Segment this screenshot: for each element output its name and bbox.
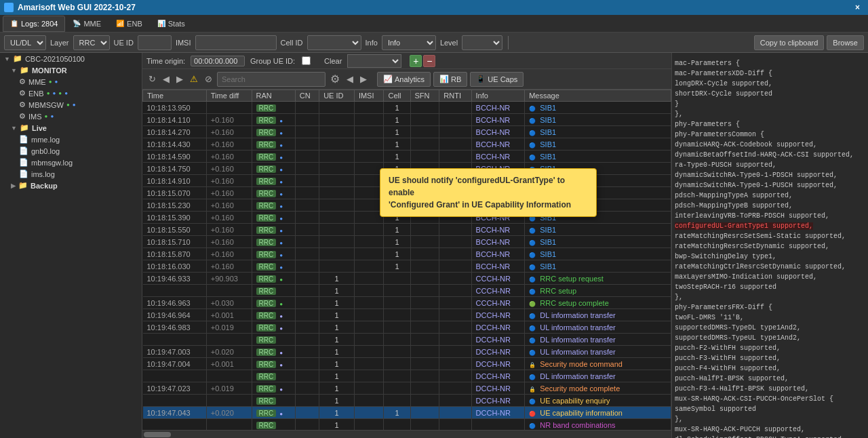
cell-time: 10:18:14.110 (143, 114, 207, 126)
tab-stats[interactable]: 📊Stats (150, 16, 193, 32)
table-row[interactable]: 10:19:46.933 +90.903 RRC ● 1 CCCH-NR 🔵 R… (143, 273, 671, 285)
table-header-row: Time Time diff RAN CN UE ID IMSI Cell SF… (143, 90, 671, 102)
col-imsi[interactable]: IMSI (354, 90, 384, 102)
table-row[interactable]: 10:18:14.110 +0.160 RRC ● 1 BCCH-NR 🔵 SI… (143, 114, 671, 126)
cell-time: 10:19:46.963 (143, 297, 207, 309)
ul-dl-select[interactable]: UL/DL (4, 35, 46, 50)
cell-cell (384, 297, 410, 309)
cell-message: 🔵 SIB1 (525, 260, 671, 273)
col-cell[interactable]: Cell (384, 90, 410, 102)
cell-message: 🔴 UE capability information (525, 407, 671, 419)
sidebar-item-mbmsgw-log[interactable]: 📄mbmsgw.log (0, 157, 142, 168)
col-message[interactable]: Message (525, 90, 671, 102)
info-select[interactable]: Info (382, 35, 436, 50)
cell-cell: 1 (384, 126, 410, 138)
col-cn[interactable]: CN (295, 90, 319, 102)
table-row[interactable]: 10:19:46.964 +0.001 RRC ● 1 DCCH-NR 🔵 DL… (143, 309, 671, 321)
col-ue-id[interactable]: UE ID (319, 90, 355, 102)
sidebar-group-live[interactable]: ▼📁Live (0, 122, 142, 134)
sidebar-item-ims-log[interactable]: 📄ims.log (0, 168, 142, 180)
table-row[interactable]: 10:18:16.030 +0.160 RRC ● 1 BCCH-NR 🔵 SI… (143, 260, 671, 273)
cell-ue-id: 1 (319, 346, 355, 358)
tab-enb[interactable]: 📶ENB (108, 16, 150, 32)
add-button[interactable]: + (410, 55, 422, 67)
col-rnti[interactable]: RNTI (439, 90, 471, 102)
table-row[interactable]: RRC 1 🔵 NR band combinations (143, 419, 671, 431)
tab-mme[interactable]: 📡MME (65, 16, 108, 32)
message-icon: 🔵 (529, 338, 536, 344)
horizontal-scrollbar[interactable] (142, 430, 671, 438)
table-row[interactable]: 10:18:14.590 +0.160 RRC ● 1 BCCH-NR 🔵 SI… (143, 151, 671, 163)
table-row[interactable]: RRC 1 DCCH-NR 🔵 DL information transfer (143, 370, 671, 382)
cell-ue-id (319, 236, 355, 248)
table-row[interactable]: 10:18:15.550 +0.160 RRC ● 1 BCCH-NR 🔵 SI… (143, 224, 671, 236)
analytics-button[interactable]: 📈 Analytics (377, 72, 431, 87)
prev-result-button[interactable]: ◀ (344, 73, 355, 85)
table-row[interactable]: 10:18:14.270 +0.160 RRC ● 1 BCCH-NR 🔵 SI… (143, 126, 671, 138)
table-row[interactable]: 10:19:47.004 +0.001 RRC ● 1 DCCH-NR 🔒 Se… (143, 358, 671, 370)
sidebar-group-backup[interactable]: ▶📁Backup (0, 180, 142, 191)
sidebar-item-ENB[interactable]: ⚙ENB●●●● (0, 87, 142, 99)
sidebar-item-MME[interactable]: ⚙MME●● (0, 76, 142, 87)
col-time[interactable]: Time (143, 90, 207, 102)
ue-caps-button[interactable]: 📱 UE Caps (470, 72, 524, 87)
search-input[interactable] (217, 72, 326, 87)
layer-select[interactable]: RRC (73, 35, 110, 50)
cell-rnti (439, 126, 471, 138)
back-button[interactable]: ◀ (161, 73, 172, 85)
table-row[interactable]: 10:18:14.430 +0.160 RRC ● 1 BCCH-NR 🔵 SI… (143, 138, 671, 151)
cell-ran: RRC ● (252, 358, 295, 370)
refresh-button[interactable]: ↻ (146, 73, 158, 85)
close-button[interactable]: × (851, 3, 864, 12)
rb-button[interactable]: 📊 RB (433, 72, 467, 87)
tab-logs[interactable]: 📋Logs: 2804 (3, 16, 65, 32)
cell-id-select[interactable] (307, 35, 361, 50)
sidebar-item-MBMSGW[interactable]: ⚙MBMSGW●● (0, 99, 142, 111)
item-icon: 📄 (19, 146, 28, 155)
time-origin-input[interactable] (191, 56, 245, 66)
remove-button[interactable]: − (423, 55, 435, 67)
cell-imsi (354, 224, 384, 236)
filter-button[interactable]: ⊘ (203, 73, 214, 85)
table-row[interactable]: 10:19:46.963 +0.030 RRC ● 1 CCCH-NR 🟢 RR… (143, 297, 671, 309)
table-row[interactable]: 10:19:46.983 +0.019 RRC ● 1 DCCH-NR 🔵 UL… (143, 321, 671, 334)
col-info[interactable]: Info (471, 90, 525, 102)
forward-button[interactable]: ▶ (174, 73, 185, 85)
table-row[interactable]: 10:18:15.870 +0.160 RRC ● 1 BCCH-NR 🔵 SI… (143, 248, 671, 260)
table-row[interactable]: 10:19:47.043 +0.020 RRC ● 1 1 DCCH-NR 🔴 … (143, 407, 671, 419)
table-row[interactable]: RRC 1 CCCH-NR 🔵 RRC setup (143, 285, 671, 297)
col-ran[interactable]: RAN (252, 90, 295, 102)
cell-cell (384, 346, 410, 358)
table-row[interactable]: 10:19:47.003 +0.020 RRC ● 1 DCCH-NR 🔵 UL… (143, 346, 671, 358)
sidebar-root[interactable]: ▼📁CBC-2021050100 (0, 53, 142, 64)
sidebar-group-monitor[interactable]: ▼📁MONITOR (0, 64, 142, 76)
next-result-button[interactable]: ▶ (358, 73, 369, 85)
cell-time: 10:18:15.870 (143, 248, 207, 260)
cell-timediff: +0.160 (206, 248, 252, 260)
scrollbar-thumb[interactable] (144, 432, 171, 437)
col-sfn[interactable]: SFN (410, 90, 439, 102)
warning-button[interactable]: ⚠ (188, 73, 200, 85)
log-table[interactable]: Time Time diff RAN CN UE ID IMSI Cell SF… (142, 89, 671, 430)
table-row[interactable]: 10:18:15.710 +0.160 RRC ● 1 BCCH-NR 🔵 SI… (143, 236, 671, 248)
ue-id-input[interactable] (138, 35, 172, 50)
col-timediff[interactable]: Time diff (206, 90, 252, 102)
cell-rnti (439, 285, 471, 297)
sidebar-item-IMS[interactable]: ⚙IMS●● (0, 111, 142, 122)
message-icon: 🔵 (529, 264, 536, 271)
browse-button[interactable]: Browse (827, 35, 864, 50)
level-select[interactable] (462, 35, 502, 50)
table-row[interactable]: RRC 1 DCCH-NR 🔵 DL information transfer (143, 334, 671, 346)
sidebar-item-gnb0-log[interactable]: 📄gnb0.log (0, 145, 142, 157)
sidebar-item-mme-log[interactable]: 📄mme.log (0, 134, 142, 145)
table-row[interactable]: 10:18:13.950 RRC 1 BCCH-NR 🔵 SIB1 (143, 102, 671, 114)
copy-to-clipboard-button[interactable]: Copy to clipboard (754, 35, 825, 50)
search-options-button[interactable]: ⚙ (328, 72, 342, 86)
table-row[interactable]: 10:19:47.023 +0.019 RRC ● 1 DCCH-NR 🔒 Se… (143, 382, 671, 395)
group-ue-checkbox[interactable] (302, 56, 311, 65)
table-row[interactable]: RRC 1 DCCH-NR 🔵 UE capability enquiry (143, 395, 671, 407)
imsi-input[interactable] (195, 35, 277, 50)
cell-time: 10:19:47.003 (143, 346, 207, 358)
rb-label: RB (451, 75, 461, 83)
clear-select[interactable] (347, 54, 401, 68)
